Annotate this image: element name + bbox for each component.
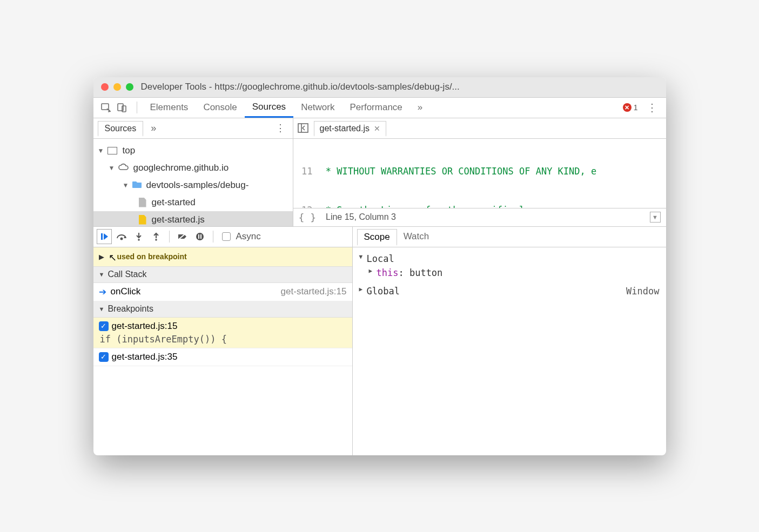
editor-toolbar: get-started.js ✕ (293, 118, 666, 138)
scope-pane: ▼Local ▶this: button ▶GlobalWindow (353, 247, 666, 455)
deactivate-breakpoints-button[interactable] (175, 229, 190, 244)
frame-function: onClick (111, 286, 141, 297)
code-editor[interactable]: 11 * WITHOUT WARRANTIES OR CONDITIONS OF… (293, 139, 666, 226)
pretty-print-icon[interactable]: { } (299, 212, 317, 223)
window-title: Developer Tools - https://googlechrome.g… (141, 82, 460, 92)
breakpoint-location: get-started.js:15 (112, 321, 178, 332)
pause-on-exceptions-button[interactable] (192, 229, 207, 244)
editor-file-name: get-started.js (320, 124, 370, 133)
navigator-tab-sources[interactable]: Sources (98, 121, 144, 137)
call-stack-frame[interactable]: ➔ onClick get-started.js:15 (93, 283, 352, 301)
resume-button[interactable] (97, 229, 112, 244)
folder-icon (132, 180, 142, 191)
file-tree: ▼top ▼googlechrome.github.io ▼devtools-s… (93, 139, 293, 226)
breakpoint-item[interactable]: ✓get-started.js:35 (93, 348, 352, 366)
tree-folder-label: devtools-samples/debug- (146, 180, 249, 191)
tree-frame-top[interactable]: ▼top (93, 142, 293, 159)
toggle-navigator-icon[interactable] (298, 123, 308, 133)
svg-rect-5 (101, 233, 103, 240)
tree-top-label: top (123, 145, 136, 156)
svg-rect-12 (200, 234, 201, 239)
debugger-toolbar: Async Scope Watch (93, 226, 666, 247)
step-into-button[interactable] (131, 229, 146, 244)
tree-domain-label: googlechrome.github.io (133, 163, 229, 173)
tab-console[interactable]: Console (196, 97, 244, 118)
devtools-window: Developer Tools - https://googlechrome.g… (93, 77, 666, 455)
paused-text: used on breakpoint (117, 252, 187, 261)
tree-file-html[interactable]: get-started (93, 194, 293, 211)
editor-status-bar: { } Line 15, Column 3 ▼ (293, 208, 666, 226)
cloud-icon (118, 163, 129, 173)
async-label: Async (236, 231, 261, 242)
settings-menu-icon[interactable]: ⋮ (643, 101, 661, 114)
code-content[interactable]: 11 * WITHOUT WARRANTIES OR CONDITIONS OF… (293, 139, 666, 208)
tab-network[interactable]: Network (293, 97, 342, 118)
frame-icon (108, 147, 117, 154)
tab-scope[interactable]: Scope (357, 229, 397, 246)
editor-dropdown-icon[interactable]: ▼ (650, 212, 661, 223)
close-tab-icon[interactable]: ✕ (374, 124, 380, 133)
svg-rect-11 (198, 234, 199, 239)
window-titlebar: Developer Tools - https://googlechrome.g… (93, 77, 666, 98)
call-stack-header[interactable]: ▼Call Stack (93, 267, 352, 283)
breakpoint-code: if (inputsAreEmpty()) { (99, 332, 347, 345)
step-over-button[interactable] (114, 229, 129, 244)
line-number[interactable]: 11 (293, 165, 317, 178)
scope-this[interactable]: ▶this: button (359, 266, 660, 280)
file-icon (139, 198, 146, 207)
breakpoint-location: get-started.js:35 (112, 352, 178, 362)
tree-folder[interactable]: ▼devtools-samples/debug- (93, 177, 293, 194)
error-icon: ✕ (623, 103, 632, 112)
scope-global[interactable]: ▶GlobalWindow (359, 284, 660, 298)
scope-watch-tabs: Scope Watch (353, 227, 666, 247)
step-out-button[interactable] (149, 229, 164, 244)
device-toolbar-icon[interactable] (115, 100, 129, 115)
tab-performance[interactable]: Performance (342, 97, 409, 118)
breakpoint-item[interactable]: ✓get-started.js:15 if (inputsAreEmpty())… (93, 318, 352, 348)
svg-point-8 (155, 239, 157, 241)
paused-status: ▶ ↖ used on breakpoint (93, 247, 352, 267)
minimize-window-button[interactable] (113, 83, 121, 91)
navigator-menu-icon[interactable]: ⋮ (272, 122, 288, 134)
svg-point-6 (120, 238, 122, 240)
js-file-icon (139, 215, 146, 225)
separator (137, 102, 137, 113)
call-stack-pane: ▶ ↖ used on breakpoint ▼Call Stack ➔ onC… (93, 247, 353, 455)
mouse-cursor-icon: ↖ (109, 252, 117, 264)
more-tabs-button[interactable]: » (410, 97, 430, 118)
breakpoint-checkbox[interactable]: ✓ (99, 321, 109, 331)
cursor-position: Line 15, Column 3 (326, 212, 396, 222)
error-count-value: 1 (634, 103, 638, 112)
navigator-toolbar: Sources » ⋮ (93, 118, 293, 138)
editor-file-tab[interactable]: get-started.js ✕ (314, 121, 386, 137)
tree-file-js[interactable]: get-started.js (93, 211, 293, 226)
close-window-button[interactable] (101, 83, 109, 91)
maximize-window-button[interactable] (126, 83, 133, 91)
async-checkbox[interactable] (222, 232, 231, 241)
inspect-element-icon[interactable] (99, 100, 113, 115)
traffic-lights (101, 83, 133, 91)
tab-sources[interactable]: Sources (245, 97, 293, 118)
tab-watch[interactable]: Watch (397, 229, 436, 244)
sources-toolbar: Sources » ⋮ get-started.js ✕ (93, 118, 666, 139)
svg-point-10 (196, 233, 204, 240)
breakpoints-header[interactable]: ▼Breakpoints (93, 301, 352, 318)
line-number[interactable]: 12 (293, 204, 317, 208)
tree-domain[interactable]: ▼googlechrome.github.io (93, 159, 293, 177)
devtools-tabstrip: Elements Console Sources Network Perform… (93, 98, 666, 118)
navigator-more-button[interactable]: » (151, 123, 156, 134)
sources-main: ▼top ▼googlechrome.github.io ▼devtools-s… (93, 139, 666, 226)
error-count[interactable]: ✕ 1 (623, 103, 638, 112)
tab-elements[interactable]: Elements (143, 97, 196, 118)
tree-file1-label: get-started (152, 197, 196, 208)
debugger-controls: Async (93, 227, 353, 247)
scope-local[interactable]: ▼Local (359, 252, 660, 266)
breakpoint-checkbox[interactable]: ✓ (99, 352, 109, 362)
tree-file2-label: get-started.js (152, 214, 205, 225)
debugger-panels: ▶ ↖ used on breakpoint ▼Call Stack ➔ onC… (93, 247, 666, 455)
scope-global-value: Window (626, 286, 659, 297)
current-frame-icon: ➔ (99, 286, 106, 298)
frame-location: get-started.js:15 (281, 286, 347, 297)
svg-point-7 (138, 239, 140, 241)
